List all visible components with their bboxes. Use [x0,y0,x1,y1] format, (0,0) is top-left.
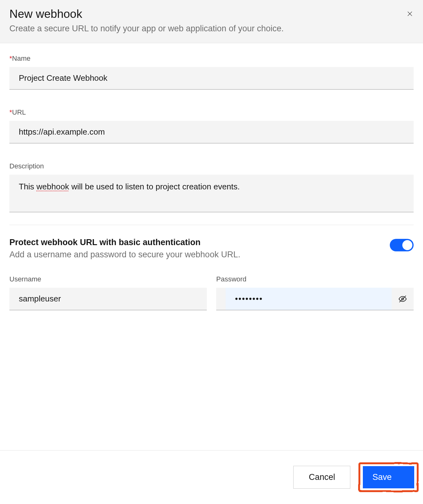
password-input[interactable] [226,288,392,310]
url-label: URL [9,108,414,116]
username-group: Username [9,275,207,310]
description-label: Description [9,162,414,170]
auth-text: Protect webhook URL with basic authentic… [9,238,240,260]
description-group: Description This webhook will be used to… [9,162,414,212]
close-button[interactable] [405,9,414,18]
credentials-row: Username Password [9,275,414,310]
dialog-subtitle: Create a secure URL to notify your app o… [9,24,414,33]
name-label: Name [9,54,414,63]
dialog-title: New webhook [9,8,414,21]
url-input[interactable] [9,121,414,143]
form-body: Name URL Description This webhook will b… [0,43,423,320]
description-input[interactable]: This webhook will be used to listen to p… [9,175,414,212]
name-group: Name [9,54,414,90]
save-button[interactable]: Save [363,466,414,488]
auth-title: Protect webhook URL with basic authentic… [9,238,240,247]
auth-subtitle: Add a username and password to secure yo… [9,250,240,260]
cancel-button[interactable]: Cancel [293,466,350,489]
url-group: URL [9,108,414,143]
username-label: Username [9,275,207,283]
username-input[interactable] [9,288,207,310]
eye-off-icon [398,295,407,303]
dialog-header: New webhook Create a secure URL to notif… [0,0,423,43]
close-icon [407,11,413,17]
name-input[interactable] [9,67,414,90]
password-visibility-button[interactable] [392,288,414,310]
auth-section: Protect webhook URL with basic authentic… [9,238,414,260]
toggle-knob [402,240,412,250]
password-group: Password [216,275,414,310]
password-wrapper [216,288,414,310]
password-label: Password [216,275,414,283]
auth-toggle[interactable] [390,239,414,251]
dialog-footer: Cancel Save [0,450,423,504]
save-highlight-annotation: Save [360,464,417,491]
section-divider [9,225,414,225]
